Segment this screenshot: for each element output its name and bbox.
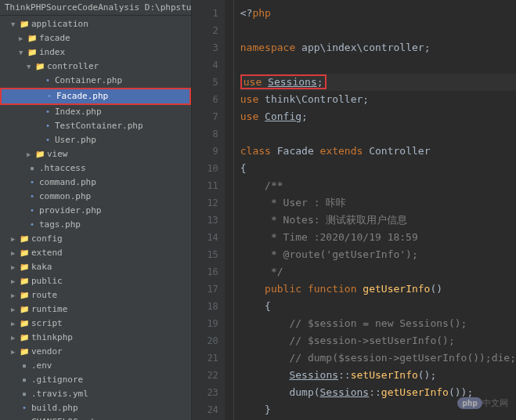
tree-item-label: index [39, 46, 65, 59]
tree-item-container-php[interactable]: •Container.php [0, 74, 191, 88]
code-line-22[interactable]: Sessions::setUserInfo(); [240, 367, 516, 384]
code-line-8[interactable] [240, 125, 516, 143]
tree-item-facade[interactable]: ▶📁facade [0, 31, 191, 45]
tree-item-index[interactable]: ▼📁index [0, 45, 191, 60]
tree-item-script[interactable]: ▶📁script [0, 317, 191, 331]
tree-item--env[interactable]: ▪.env [0, 359, 191, 373]
code-line-3[interactable]: namespace app\index\controller; [240, 39, 516, 56]
tree-item-index-php[interactable]: •Index.php [0, 105, 191, 119]
code-line-4[interactable] [240, 56, 516, 74]
tree-item-label: vendor [31, 346, 63, 358]
tree-item--gitignore[interactable]: ▪.gitignore [0, 373, 191, 387]
tree-item-label: kaka [31, 261, 52, 273]
expand-arrow-icon[interactable]: ▶ [11, 233, 19, 245]
tree-item-kaka[interactable]: ▶📁kaka [0, 260, 191, 274]
code-line-20[interactable]: // $session->setUserInfo(); [240, 332, 516, 349]
expand-arrow-icon[interactable]: ▶ [11, 247, 19, 259]
line-number: 6 [192, 91, 218, 108]
tree-item-controller[interactable]: ▼📁controller [0, 60, 191, 74]
tree-item-common-php[interactable]: •common.php [0, 190, 191, 204]
folder-icon: 📁 [19, 331, 30, 344]
code-line-15[interactable]: * @route('getUserInfo'); [240, 246, 516, 263]
expand-arrow-icon[interactable]: ▶ [11, 317, 19, 330]
line-number: 19 [192, 315, 218, 332]
line-number: 13 [192, 212, 218, 229]
project-sidebar: ThinkPHPSourceCodeAnalysis D:\phpstudy_p… [0, 0, 192, 420]
tree-item-tags-php[interactable]: •tags.php [0, 218, 191, 232]
line-number: 4 [192, 56, 218, 74]
expand-arrow-icon[interactable]: ▼ [27, 60, 34, 73]
tree-item-view[interactable]: ▶📁view [0, 147, 191, 161]
code-line-12[interactable]: * User : 咔咔 [240, 194, 516, 212]
line-number: 22 [192, 367, 218, 384]
expand-arrow-icon[interactable]: ▶ [11, 303, 19, 316]
code-line-5[interactable]: use Sessions; [240, 74, 516, 91]
code-editor[interactable]: 123456789101112131415161718192021222324 … [192, 0, 516, 420]
tree-item-label: view [47, 148, 68, 161]
tree-item-build-php[interactable]: •build.php [0, 401, 191, 415]
expand-arrow-icon[interactable]: ▼ [19, 46, 27, 59]
code-line-16[interactable]: */ [240, 263, 516, 281]
php-icon: • [42, 120, 53, 132]
expand-arrow-icon[interactable]: ▶ [11, 289, 19, 302]
code-line-11[interactable]: /** [240, 177, 516, 194]
tree-item-provider-php[interactable]: •provider.php [0, 204, 191, 218]
expand-arrow-icon[interactable]: ▼ [11, 18, 19, 31]
code-line-1[interactable]: <?php [240, 5, 516, 22]
tree-item-testcontainer-php[interactable]: •TestContainer.php [0, 119, 191, 133]
code-line-19[interactable]: // $session = new Sessions(); [240, 315, 516, 332]
tree-item-vendor[interactable]: ▶📁vendor [0, 345, 191, 359]
fold-column[interactable] [225, 0, 234, 420]
tree-item-thinkphp[interactable]: ▶📁thinkphp [0, 331, 191, 345]
tree-item-route[interactable]: ▶📁route [0, 288, 191, 302]
code-line-2[interactable] [240, 22, 516, 39]
php-icon: • [44, 90, 55, 103]
tree-item-label: .gitignore [31, 374, 83, 386]
expand-arrow-icon[interactable]: ▶ [11, 261, 19, 273]
php-icon: • [27, 205, 38, 217]
code-line-6[interactable]: use think\Controller; [240, 91, 516, 108]
file-icon: ▪ [19, 374, 30, 386]
code-line-14[interactable]: * Time :2020/10/19 18:59 [240, 229, 516, 246]
code-area[interactable]: <?php namespace app\index\controller; us… [234, 0, 516, 420]
expand-arrow-icon[interactable]: ▶ [11, 331, 19, 344]
tree-item-runtime[interactable]: ▶📁runtime [0, 302, 191, 317]
tree-item-label: facade [39, 32, 70, 45]
folder-icon: 📁 [19, 303, 30, 316]
php-icon: • [27, 176, 38, 189]
tree-item--htaccess[interactable]: ▪.htaccess [0, 161, 191, 176]
code-line-13[interactable]: * Notes: 测试获取用户信息 [240, 212, 516, 229]
tree-item-label: Container.php [55, 74, 122, 87]
expand-arrow-icon[interactable]: ▶ [11, 275, 19, 288]
line-number: 3 [192, 39, 218, 56]
breadcrumb: ThinkPHPSourceCodeAnalysis D:\phpstudy_p… [0, 0, 191, 16]
tree-item-public[interactable]: ▶📁public [0, 274, 191, 288]
tree-item-user-php[interactable]: •User.php [0, 133, 191, 147]
line-number: 8 [192, 125, 218, 143]
code-line-10[interactable]: { [240, 160, 516, 177]
tree-item-application[interactable]: ▼📁application [0, 17, 191, 31]
tree-item-facade-php[interactable]: •Facade.php [0, 88, 191, 105]
tree-item-changelog-md[interactable]: ▪CHANGELOG.md [0, 415, 191, 420]
tree-item-label: CHANGELOG.md [31, 416, 93, 420]
line-number: 5 [192, 74, 218, 91]
expand-arrow-icon[interactable]: ▶ [27, 148, 34, 161]
code-line-7[interactable]: use Config; [240, 108, 516, 125]
tree-item--travis-yml[interactable]: ▪.travis.yml [0, 387, 191, 401]
line-number: 20 [192, 332, 218, 349]
line-number: 24 [192, 401, 218, 418]
code-line-18[interactable]: { [240, 298, 516, 315]
file-tree[interactable]: ▼📁application▶📁facade▼📁index▼📁controller… [0, 16, 191, 420]
code-line-17[interactable]: public function getUserInfo() [240, 281, 516, 298]
tree-item-config[interactable]: ▶📁config [0, 232, 191, 246]
folder-icon: 📁 [19, 18, 30, 31]
code-line-9[interactable]: class Facade extends Controller [240, 143, 516, 160]
tree-item-label: Facade.php [56, 90, 108, 103]
tree-item-command-php[interactable]: •command.php [0, 176, 191, 190]
folder-icon: 📁 [27, 46, 38, 59]
expand-arrow-icon[interactable]: ▶ [11, 346, 19, 358]
tree-item-extend[interactable]: ▶📁extend [0, 246, 191, 260]
expand-arrow-icon[interactable]: ▶ [19, 32, 27, 45]
code-line-21[interactable]: // dump($session->getUserInfo());die; [240, 349, 516, 367]
php-icon: • [27, 190, 38, 203]
